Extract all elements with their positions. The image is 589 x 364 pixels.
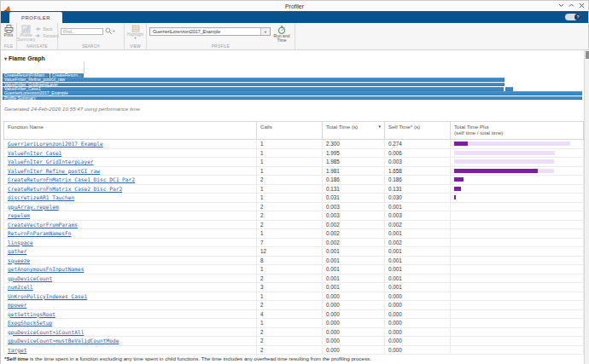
maximize-icon[interactable]: [569, 2, 574, 9]
minimize-icon[interactable]: [558, 2, 564, 9]
function-link[interactable]: ValueFnIter_GridInterpLayer: [8, 159, 94, 165]
function-link[interactable]: mpower: [8, 302, 26, 308]
total-time-plot-cell: [451, 265, 584, 274]
calls-value: 2: [257, 337, 323, 346]
function-link[interactable]: CreateReturnFnMatrix_Case2_Disc_Par2: [8, 186, 122, 192]
header-calls[interactable]: Calls: [257, 122, 323, 140]
tab-profiler[interactable]: PROFILER: [9, 12, 62, 23]
table-row: ValueFnIter_Refine_postGI_raw11.9811.658: [4, 166, 584, 176]
search-icon[interactable]: [105, 27, 113, 35]
self-time-bar: [454, 142, 468, 146]
table-row: getSettingsRoot40.0000.000: [4, 309, 584, 319]
total-time-plot-cell: [451, 194, 584, 203]
window-title: Profiler: [1, 3, 588, 9]
self-time-value: 0.001: [385, 247, 451, 257]
function-link[interactable]: ExogShockSetup: [8, 320, 52, 326]
profile-select-caret-icon[interactable]: ▾: [260, 28, 270, 35]
flame-bar[interactable]: CreateReturn...: [50, 73, 84, 78]
function-link[interactable]: gpuArray.repelem: [8, 204, 59, 210]
header-function-name[interactable]: Function Name: [4, 122, 257, 140]
help-toggle[interactable]: ?: [565, 14, 581, 20]
function-link[interactable]: num2cell: [8, 284, 33, 290]
total-time-plot-cell: [451, 166, 584, 176]
calls-value: 2: [257, 202, 323, 211]
calls-value: 7: [257, 238, 323, 247]
function-link[interactable]: linspace: [8, 240, 33, 246]
self-time-value: 0.000: [385, 327, 451, 337]
back-arrow-icon: [35, 26, 41, 32]
section-file: Print FILE: [1, 23, 17, 49]
header-self-time[interactable]: Self Time* (s): [385, 122, 451, 140]
highlight-button[interactable]: Highlight ▾: [125, 25, 146, 40]
total-time-value: 0.000: [323, 327, 385, 337]
function-link[interactable]: target: [8, 347, 26, 353]
total-time-plot-cell: [451, 283, 584, 292]
section-view: Highlight ▾ VIEW: [125, 23, 147, 49]
flame-bar[interactable]: ValueFnIter_Refine_postGI_raw: [3, 78, 504, 82]
flame-bar[interactable]: ValueFnIter_Case1: [3, 87, 504, 91]
profile-select[interactable]: GuerrieriLorenzoni2017_Example ▾: [149, 27, 271, 36]
calls-value: 12: [257, 247, 323, 257]
table-row: repelem20.0030.003: [4, 211, 584, 221]
function-link[interactable]: repelem: [8, 212, 30, 218]
function-link[interactable]: GuerrieriLorenzoni2017_Example: [8, 141, 103, 147]
function-link[interactable]: discretizeAR1_Tauchen: [8, 194, 74, 200]
calls-value: 1: [257, 229, 323, 239]
calls-value: 1: [257, 166, 323, 176]
back-button[interactable]: Back: [35, 26, 58, 32]
total-time-value: 0.003: [323, 202, 385, 211]
table-row: CreateReturnFnMatrix_Case1_Disc_DC1_Par2…: [4, 176, 584, 185]
function-link[interactable]: gpuDeviceCount>mustBeValidCountMode: [8, 338, 119, 344]
function-link[interactable]: getAnonymousFnInputNames: [8, 266, 84, 272]
function-link[interactable]: CreateReturnFnMatrix_Case1_Disc_DC1_Par2: [8, 176, 135, 182]
table-row: CreateVectorFromParams20.0020.002: [4, 220, 584, 229]
function-link[interactable]: ValueFnIter_Refine_postGI_raw: [8, 168, 100, 174]
function-link[interactable]: UnKronPolicyIndexes_Case1: [8, 293, 87, 299]
function-link[interactable]: getSettingsRoot: [8, 311, 55, 317]
function-link[interactable]: ReturnFnParamNamesFn: [8, 230, 72, 236]
profile-select-value: GuerrieriLorenzoni2017_Example: [150, 28, 260, 35]
self-time-bar: [454, 187, 461, 191]
total-time-plot-cell: [451, 229, 584, 239]
total-time-value: 1.985: [323, 158, 385, 167]
total-time-value: 0.000: [323, 345, 385, 355]
self-time-value: 0.000: [385, 309, 451, 319]
function-link[interactable]: squeeze: [8, 257, 30, 263]
close-icon[interactable]: [579, 2, 585, 9]
scrollbar-thumb[interactable]: [586, 51, 589, 59]
self-time-value: 0.274: [385, 140, 451, 149]
toolstrip: Print FILE Profile Summary Back Forwar: [1, 23, 588, 50]
highlight-caret-icon: ▾: [134, 37, 136, 40]
total-time-plot-cell: [451, 309, 584, 319]
table-row: ExogShockSetup10.0000.000: [4, 319, 584, 328]
table-row: GuerrieriLorenzoni2017_Example12.3000.27…: [4, 140, 584, 149]
function-link[interactable]: gpuDeviceCount: [8, 275, 52, 281]
help-icon[interactable]: ?: [574, 14, 581, 20]
function-link[interactable]: ValueFnIter_Case1: [8, 150, 61, 156]
flame-bar[interactable]: [505, 87, 513, 91]
total-time-value: 0.001: [323, 247, 385, 257]
function-link[interactable]: gather: [8, 248, 26, 254]
title-bar: Profiler: [1, 1, 588, 11]
footnote-term: *Self time: [4, 355, 28, 361]
total-time-bar: [454, 151, 555, 155]
flame-bar[interactable]: GuerrieriLorenzoni2017_Example: [3, 91, 582, 95]
header-total-time-plot[interactable]: Total Time Plot (self time / total time): [451, 122, 584, 140]
function-link[interactable]: gpuDeviceCount>iCountAll: [8, 329, 84, 335]
flame-bar[interactable]: ValueFnIter_GridInterpLayer: [3, 83, 504, 87]
calls-value: 2: [257, 327, 323, 337]
vertical-scrollbar[interactable]: [584, 50, 589, 364]
flame-bar[interactable]: CreateReturnFnMatri...: [3, 73, 50, 78]
self-time-value: 0.000: [385, 319, 451, 328]
find-input[interactable]: [61, 28, 103, 35]
generated-timestamp: Generated 24-Feb-2026 10:55:47 using per…: [4, 106, 141, 112]
table-row: target20.0000.000: [4, 345, 584, 355]
self-time-value: 0.001: [385, 202, 451, 211]
function-link[interactable]: CreateVectorFromParams: [8, 222, 78, 228]
flame-bar[interactable]: Profile Summary: [3, 96, 582, 101]
search-options-caret-icon[interactable]: ▾: [113, 30, 114, 33]
forward-button[interactable]: Forward: [35, 33, 58, 38]
self-time-value: 0.131: [385, 184, 451, 194]
print-button[interactable]: Print: [1, 25, 16, 38]
header-total-time[interactable]: Total Time (s)▼: [323, 122, 385, 140]
